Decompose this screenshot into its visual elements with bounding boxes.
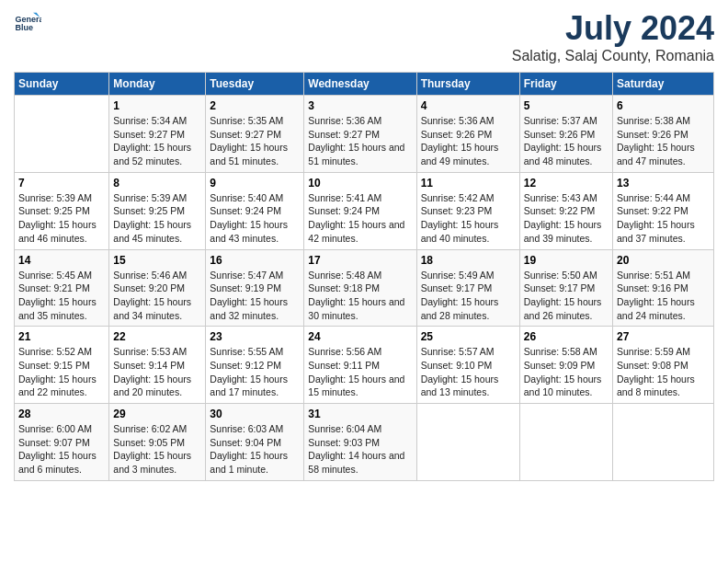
day-info: Sunrise: 5:51 AM Sunset: 9:16 PM Dayligh… (617, 269, 710, 323)
day-number: 20 (617, 254, 710, 267)
day-number: 1 (113, 99, 201, 112)
day-number: 31 (308, 408, 412, 420)
day-number: 16 (210, 254, 300, 267)
header: General Blue July 2024 Salatig, Salaj Co… (14, 9, 714, 64)
day-info: Sunrise: 5:35 AM Sunset: 9:27 PM Dayligh… (210, 114, 300, 168)
day-info: Sunrise: 6:04 AM Sunset: 9:03 PM Dayligh… (308, 422, 412, 477)
logo-icon: General Blue (14, 9, 41, 37)
title-block: July 2024 Salatig, Salaj County, Romania (512, 9, 714, 64)
calendar-cell: 26Sunrise: 5:58 AM Sunset: 9:09 PM Dayli… (519, 327, 612, 404)
week-row: 14Sunrise: 5:45 AM Sunset: 9:21 PM Dayli… (15, 249, 714, 327)
calendar-cell: 21Sunrise: 5:52 AM Sunset: 9:15 PM Dayli… (15, 327, 109, 404)
week-row: 7Sunrise: 5:39 AM Sunset: 9:25 PM Daylig… (15, 172, 714, 249)
day-number: 9 (210, 177, 300, 190)
day-info: Sunrise: 5:53 AM Sunset: 9:14 PM Dayligh… (113, 345, 201, 399)
day-number: 13 (617, 177, 710, 190)
main-title: July 2024 (512, 9, 714, 48)
day-info: Sunrise: 5:40 AM Sunset: 9:24 PM Dayligh… (210, 191, 300, 246)
day-number: 25 (421, 330, 516, 343)
day-number: 4 (421, 99, 516, 112)
day-info: Sunrise: 6:02 AM Sunset: 9:05 PM Dayligh… (113, 422, 201, 477)
calendar-cell: 24Sunrise: 5:56 AM Sunset: 9:11 PM Dayli… (304, 327, 416, 404)
calendar-cell: 5Sunrise: 5:37 AM Sunset: 9:26 PM Daylig… (519, 96, 612, 173)
calendar-cell: 29Sunrise: 6:02 AM Sunset: 9:05 PM Dayli… (109, 404, 206, 481)
calendar-cell: 18Sunrise: 5:49 AM Sunset: 9:17 PM Dayli… (416, 249, 519, 327)
day-info: Sunrise: 5:37 AM Sunset: 9:26 PM Dayligh… (524, 114, 609, 168)
calendar-cell: 23Sunrise: 5:55 AM Sunset: 9:12 PM Dayli… (206, 327, 304, 404)
week-row: 21Sunrise: 5:52 AM Sunset: 9:15 PM Dayli… (15, 327, 714, 404)
day-info: Sunrise: 6:03 AM Sunset: 9:04 PM Dayligh… (210, 422, 300, 477)
day-number: 15 (113, 254, 201, 267)
logo: General Blue (14, 9, 41, 37)
day-number: 17 (308, 254, 412, 267)
day-info: Sunrise: 5:48 AM Sunset: 9:18 PM Dayligh… (308, 269, 412, 323)
day-info: Sunrise: 5:36 AM Sunset: 9:27 PM Dayligh… (308, 114, 412, 168)
calendar-cell: 31Sunrise: 6:04 AM Sunset: 9:03 PM Dayli… (304, 404, 416, 481)
day-info: Sunrise: 5:57 AM Sunset: 9:10 PM Dayligh… (421, 345, 516, 399)
calendar-cell: 25Sunrise: 5:57 AM Sunset: 9:10 PM Dayli… (416, 327, 519, 404)
calendar-cell: 15Sunrise: 5:46 AM Sunset: 9:20 PM Dayli… (109, 249, 206, 327)
column-header-tuesday: Tuesday (206, 73, 304, 96)
column-header-friday: Friday (519, 73, 612, 96)
day-number: 11 (421, 177, 516, 190)
calendar-cell: 20Sunrise: 5:51 AM Sunset: 9:16 PM Dayli… (613, 249, 714, 327)
day-info: Sunrise: 5:42 AM Sunset: 9:23 PM Dayligh… (421, 191, 516, 246)
day-number: 6 (617, 99, 710, 112)
calendar-cell: 6Sunrise: 5:38 AM Sunset: 9:26 PM Daylig… (613, 96, 714, 173)
subtitle: Salatig, Salaj County, Romania (512, 48, 714, 64)
day-number: 24 (308, 330, 412, 343)
day-info: Sunrise: 5:34 AM Sunset: 9:27 PM Dayligh… (113, 114, 201, 168)
calendar-cell: 14Sunrise: 5:45 AM Sunset: 9:21 PM Dayli… (15, 249, 109, 327)
day-info: Sunrise: 5:58 AM Sunset: 9:09 PM Dayligh… (524, 345, 609, 399)
day-info: Sunrise: 5:36 AM Sunset: 9:26 PM Dayligh… (421, 114, 516, 168)
day-number: 5 (524, 99, 609, 112)
day-info: Sunrise: 6:00 AM Sunset: 9:07 PM Dayligh… (18, 422, 105, 477)
day-number: 21 (18, 330, 105, 343)
calendar-cell: 13Sunrise: 5:44 AM Sunset: 9:22 PM Dayli… (613, 172, 714, 249)
column-header-sunday: Sunday (15, 73, 109, 96)
day-info: Sunrise: 5:44 AM Sunset: 9:22 PM Dayligh… (617, 191, 710, 246)
calendar-cell: 30Sunrise: 6:03 AM Sunset: 9:04 PM Dayli… (206, 404, 304, 481)
calendar-cell (416, 404, 519, 481)
day-number: 27 (617, 330, 710, 343)
calendar-cell: 28Sunrise: 6:00 AM Sunset: 9:07 PM Dayli… (15, 404, 109, 481)
week-row: 28Sunrise: 6:00 AM Sunset: 9:07 PM Dayli… (15, 404, 714, 481)
week-row: 1Sunrise: 5:34 AM Sunset: 9:27 PM Daylig… (15, 96, 714, 173)
day-info: Sunrise: 5:56 AM Sunset: 9:11 PM Dayligh… (308, 345, 412, 399)
day-number: 10 (308, 177, 412, 190)
day-info: Sunrise: 5:46 AM Sunset: 9:20 PM Dayligh… (113, 269, 201, 323)
day-number: 23 (210, 330, 300, 343)
calendar-cell: 11Sunrise: 5:42 AM Sunset: 9:23 PM Dayli… (416, 172, 519, 249)
day-info: Sunrise: 5:49 AM Sunset: 9:17 PM Dayligh… (421, 269, 516, 323)
calendar-cell: 7Sunrise: 5:39 AM Sunset: 9:25 PM Daylig… (15, 172, 109, 249)
calendar-cell: 16Sunrise: 5:47 AM Sunset: 9:19 PM Dayli… (206, 249, 304, 327)
day-number: 3 (308, 99, 412, 112)
day-info: Sunrise: 5:45 AM Sunset: 9:21 PM Dayligh… (18, 269, 105, 323)
day-info: Sunrise: 5:39 AM Sunset: 9:25 PM Dayligh… (113, 191, 201, 246)
calendar-cell: 3Sunrise: 5:36 AM Sunset: 9:27 PM Daylig… (304, 96, 416, 173)
day-info: Sunrise: 5:47 AM Sunset: 9:19 PM Dayligh… (210, 269, 300, 323)
calendar-cell: 4Sunrise: 5:36 AM Sunset: 9:26 PM Daylig… (416, 96, 519, 173)
calendar-cell: 19Sunrise: 5:50 AM Sunset: 9:17 PM Dayli… (519, 249, 612, 327)
calendar-cell: 2Sunrise: 5:35 AM Sunset: 9:27 PM Daylig… (206, 96, 304, 173)
day-number: 14 (18, 254, 105, 267)
calendar-cell: 10Sunrise: 5:41 AM Sunset: 9:24 PM Dayli… (304, 172, 416, 249)
day-info: Sunrise: 5:38 AM Sunset: 9:26 PM Dayligh… (617, 114, 710, 168)
column-header-monday: Monday (109, 73, 206, 96)
calendar-cell: 27Sunrise: 5:59 AM Sunset: 9:08 PM Dayli… (613, 327, 714, 404)
day-info: Sunrise: 5:55 AM Sunset: 9:12 PM Dayligh… (210, 345, 300, 399)
day-info: Sunrise: 5:41 AM Sunset: 9:24 PM Dayligh… (308, 191, 412, 246)
day-number: 12 (524, 177, 609, 190)
day-info: Sunrise: 5:43 AM Sunset: 9:22 PM Dayligh… (524, 191, 609, 246)
day-info: Sunrise: 5:50 AM Sunset: 9:17 PM Dayligh… (524, 269, 609, 323)
day-number: 22 (113, 330, 201, 343)
calendar-cell: 17Sunrise: 5:48 AM Sunset: 9:18 PM Dayli… (304, 249, 416, 327)
day-number: 18 (421, 254, 516, 267)
day-number: 19 (524, 254, 609, 267)
day-info: Sunrise: 5:52 AM Sunset: 9:15 PM Dayligh… (18, 345, 105, 399)
column-header-saturday: Saturday (613, 73, 714, 96)
day-number: 29 (113, 408, 201, 420)
day-number: 26 (524, 330, 609, 343)
column-header-wednesday: Wednesday (304, 73, 416, 96)
calendar-cell: 1Sunrise: 5:34 AM Sunset: 9:27 PM Daylig… (109, 96, 206, 173)
